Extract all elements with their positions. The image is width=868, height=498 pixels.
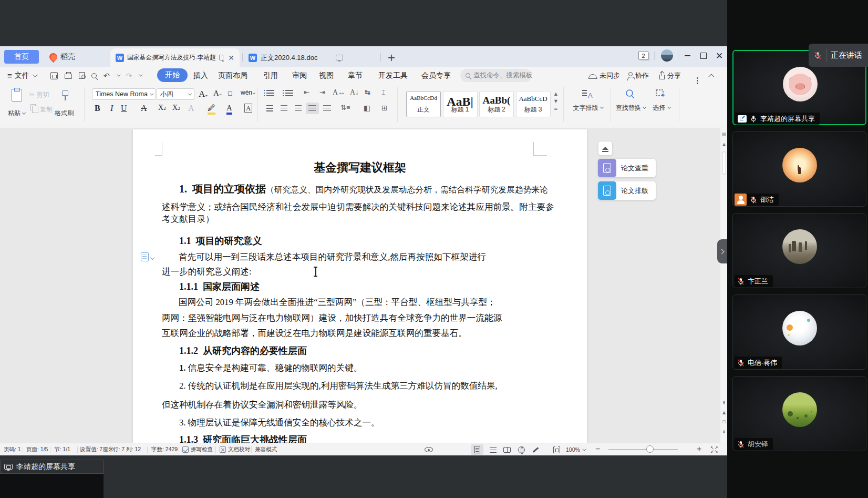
menu-item-开发工具[interactable]: 开发工具: [372, 67, 414, 84]
browse-object-icon[interactable]: □: [720, 420, 727, 424]
save-icon[interactable]: [50, 72, 58, 79]
panel-expander[interactable]: [717, 239, 727, 263]
font-color-button[interactable]: A: [226, 104, 232, 115]
format-painter-button[interactable]: 格式刷: [55, 109, 74, 118]
undo-icon[interactable]: ↶: [104, 72, 110, 80]
text-direction-icon[interactable]: A↔: [333, 88, 345, 97]
status-拼写检查[interactable]: 拼写检查: [182, 443, 213, 456]
distribute-icon[interactable]: [323, 105, 331, 111]
zoom-level[interactable]: 100%: [566, 443, 585, 456]
status-兼容模式[interactable]: 兼容模式: [255, 443, 277, 456]
share-button[interactable]: 分享: [659, 67, 681, 84]
window-count-badge[interactable]: 2: [638, 51, 648, 60]
next-page-icon[interactable]: ⇟: [720, 430, 727, 434]
scroll-top-icon[interactable]: ▤: [720, 132, 727, 136]
side-tool-论文查重[interactable]: 论文查重: [598, 159, 656, 177]
justify-button-selected[interactable]: [306, 103, 319, 114]
strikethrough-button[interactable]: A: [141, 104, 147, 113]
maximize-button[interactable]: [697, 49, 710, 63]
increase-indent-icon[interactable]: ⇥: [319, 88, 325, 96]
menu-item-页面布局[interactable]: 页面布局: [212, 67, 254, 84]
tab-document-active[interactable]: W 国家基金撰写方法及技巧-李靖超 ✕: [110, 48, 240, 67]
italic-button[interactable]: I: [110, 104, 113, 113]
tab-docer[interactable]: 稻壳: [43, 50, 105, 64]
line-spacing-icon[interactable]: ⇅≡: [340, 104, 350, 112]
account-avatar[interactable]: [661, 49, 673, 62]
wordart-button[interactable]: A: [188, 104, 194, 113]
zoom-slider-track[interactable]: [608, 449, 678, 450]
status-节[interactable]: 节: 1/1: [54, 443, 70, 456]
increase-font-icon[interactable]: A+: [199, 89, 208, 99]
underline-button[interactable]: U: [121, 104, 127, 113]
symbol-icon[interactable]: ↹: [365, 88, 370, 96]
align-right-icon[interactable]: [295, 105, 302, 111]
format-painter-icon[interactable]: [62, 90, 68, 96]
copy-button[interactable]: 复制: [40, 105, 53, 114]
char-border-button[interactable]: A: [244, 104, 252, 113]
vertical-scrollbar[interactable]: ▤ ▲ ⇞ ▲ □ ⇟: [720, 128, 727, 443]
menu-item-会员专享[interactable]: 会员专享: [415, 67, 457, 84]
subscript-button[interactable]: X2: [172, 104, 180, 112]
view-read-mode[interactable]: [501, 444, 513, 455]
menu-item-章节[interactable]: 章节: [334, 67, 376, 84]
align-center-icon[interactable]: [281, 105, 287, 111]
view-outline-mode[interactable]: [487, 444, 499, 455]
highlight-color-button[interactable]: 🖉: [208, 104, 215, 115]
style-card-标题 3[interactable]: AaBbCcD标题 3: [516, 91, 551, 117]
view-page-mode[interactable]: [471, 444, 483, 455]
paste-icon[interactable]: [12, 89, 22, 101]
ribbon-tool-选择[interactable]: 选择: [641, 84, 681, 124]
undo-dropdown-icon[interactable]: [117, 73, 120, 77]
fit-page-icon[interactable]: [553, 443, 560, 456]
zoom-in-button[interactable]: +: [697, 443, 701, 455]
print-preview-icon[interactable]: [79, 72, 85, 79]
print-icon[interactable]: [65, 74, 72, 79]
new-tab-button[interactable]: +: [387, 52, 396, 63]
copy-icon[interactable]: [30, 104, 36, 110]
align-left-icon[interactable]: [266, 105, 273, 111]
scroll-up-icon[interactable]: ▲: [720, 143, 727, 147]
style-card-标题 2[interactable]: AaBb(标题 2: [479, 91, 514, 117]
view-ink-mode[interactable]: [529, 444, 542, 455]
collapse-ribbon-icon[interactable]: [710, 67, 715, 84]
close-button[interactable]: ✕: [712, 49, 726, 63]
sort-icon[interactable]: A↓: [350, 88, 359, 97]
minimize-button[interactable]: [680, 49, 694, 63]
status-页码[interactable]: 页码: 1: [4, 443, 21, 456]
side-tool-论文排版[interactable]: 论文排版: [598, 181, 656, 200]
find-icon[interactable]: [91, 73, 97, 78]
quickbar-more-icon[interactable]: [139, 73, 143, 77]
bullet-list-icon[interactable]: [266, 90, 274, 96]
status-字数[interactable]: 字数: 2429: [151, 443, 178, 456]
cut-button[interactable]: ✂ 剪切: [29, 90, 49, 99]
file-menu[interactable]: ≡文件: [5, 67, 38, 84]
participant-tile-邵洁[interactable]: 邵洁: [732, 131, 866, 207]
status-行[interactable]: 行: 7 列: 12: [113, 443, 141, 456]
decrease-indent-icon[interactable]: ⇤: [304, 88, 309, 96]
status-页面[interactable]: 页面: 1/5: [26, 443, 48, 456]
paragraph-tool-icon[interactable]: [141, 252, 149, 261]
tab-home[interactable]: 首页: [4, 50, 39, 64]
superscript-button[interactable]: X2: [158, 104, 166, 112]
collaborate-button[interactable]: 协作: [628, 67, 649, 84]
style-gallery-arrows[interactable]: ▲▼≡: [554, 92, 558, 111]
tab-document-inactive[interactable]: W 正文2020.4.18.doc: [243, 48, 375, 67]
clear-format-icon[interactable]: ◇: [225, 88, 236, 99]
font-name-select[interactable]: Times New Roma: [92, 88, 156, 100]
shading-icon[interactable]: ◧: [364, 104, 370, 113]
redo-icon[interactable]: ↷: [126, 72, 132, 80]
phonetic-guide-icon[interactable]: wén: [241, 89, 254, 96]
ruler-icon[interactable]: ⌶: [381, 88, 386, 97]
prev-page-icon[interactable]: ⇞: [720, 401, 727, 405]
scrollbar-thumb[interactable]: [722, 151, 726, 175]
style-card-正文[interactable]: AaBbCcDd正文: [406, 91, 441, 117]
participant-tile-胡安铎[interactable]: 胡安铎: [732, 376, 866, 451]
paste-button[interactable]: 粘贴: [8, 109, 24, 118]
fullscreen-icon[interactable]: ↖↗↙↘: [710, 443, 718, 456]
zoom-slider-knob[interactable]: [646, 445, 654, 453]
ribbon-tool-文字排版[interactable]: A文字排版: [567, 84, 607, 124]
status-文档校对[interactable]: 文档校对: [220, 443, 250, 456]
participant-tile-电信-蒋伟[interactable]: 电信-蒋伟: [732, 294, 866, 370]
participant-tile-卞正兰[interactable]: 卞正兰: [732, 213, 866, 288]
numbered-list-icon[interactable]: [285, 90, 293, 96]
